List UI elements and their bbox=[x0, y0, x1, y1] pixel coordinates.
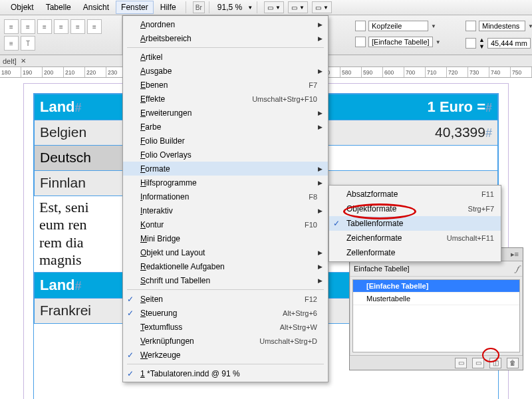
header-style-value: Kopfzeile bbox=[368, 21, 428, 31]
document-tab-label: delt] bbox=[3, 57, 17, 65]
menu-item[interactable]: Formate▶ bbox=[123, 162, 328, 176]
menu-item[interactable]: KonturF10 bbox=[123, 217, 328, 231]
separator bbox=[209, 1, 209, 13]
cell: 40,3399 bbox=[435, 124, 485, 140]
folder-icon[interactable]: ▭ bbox=[455, 358, 467, 368]
height-icon bbox=[466, 38, 476, 49]
ruler-tick: 200 bbox=[43, 67, 64, 77]
align-right-icon[interactable]: ≡ bbox=[37, 19, 52, 34]
table-icon bbox=[355, 37, 366, 47]
ruler-tick: 710 bbox=[426, 67, 447, 77]
row-height-value[interactable]: ▲▼ 45,444 mm bbox=[466, 37, 531, 50]
list-item[interactable]: Mustertabelle bbox=[353, 293, 519, 305]
height-icon bbox=[466, 21, 476, 31]
ruler-tick: 750 bbox=[511, 67, 532, 77]
justify-icon[interactable]: ≡ bbox=[54, 19, 68, 34]
cell: Finnlan bbox=[40, 175, 86, 190]
ruler-tick: 720 bbox=[447, 67, 468, 77]
arrange-dropdown[interactable]: ▭▼ bbox=[312, 1, 332, 13]
menu-item[interactable]: Artikel bbox=[123, 50, 328, 64]
row-height-mode[interactable]: Mindestens▼ bbox=[466, 21, 532, 31]
menu-item[interactable]: EbenenF7 bbox=[123, 78, 328, 92]
table-styles-panel[interactable]: ◦ Tabell ◦ Tabellenformate Zellen ▸≡ Ein… bbox=[349, 247, 523, 370]
menu-ansicht[interactable]: Ansicht bbox=[78, 1, 114, 14]
align-top-icon[interactable]: ≡ bbox=[70, 19, 85, 34]
th-land: Land bbox=[40, 277, 75, 293]
cell: Frankrei bbox=[40, 303, 91, 318]
menu-objekt[interactable]: Objekt bbox=[5, 1, 39, 14]
menu-item[interactable]: Folio Builder bbox=[123, 134, 328, 148]
panel-header: Einfache Tabelle] 𝑓 bbox=[350, 261, 523, 277]
rotate-icon[interactable]: T bbox=[21, 36, 35, 51]
ruler-tick: 220 bbox=[85, 67, 106, 77]
th-euro: 1 Euro = bbox=[428, 98, 485, 115]
menu-item[interactable]: Hilfsprogramme▶ bbox=[123, 176, 328, 190]
menu-fenster[interactable]: Fenster bbox=[116, 1, 154, 14]
submenu-item[interactable]: ZeichenformateUmschalt+F11 bbox=[329, 231, 501, 245]
th-land: Land bbox=[40, 98, 75, 115]
ruler-tick: 600 bbox=[383, 67, 404, 77]
menu-item[interactable]: ✓1 *Tabulatoren.indd @ 91 % bbox=[123, 366, 328, 380]
ruler-tick: 700 bbox=[404, 67, 426, 77]
table-icon bbox=[355, 21, 366, 31]
ruler-tick: 180 bbox=[0, 67, 21, 77]
paragraph-controls: ≡ ≡ ≡ ≡ ≡ ≡ ≡ T bbox=[0, 15, 122, 55]
menu-tabelle[interactable]: Tabelle bbox=[41, 1, 76, 14]
clear-override-icon[interactable]: 𝑓 bbox=[516, 263, 519, 274]
separator bbox=[257, 1, 257, 13]
cell: Deutsch bbox=[40, 150, 91, 165]
menu-item[interactable]: ✓Werkzeuge bbox=[123, 348, 328, 362]
menu-item[interactable]: VerknüpfungenUmschalt+Strg+D bbox=[123, 334, 328, 348]
menu-item[interactable]: Objekt und Layout▶ bbox=[123, 245, 328, 259]
new-style-icon[interactable]: ◫ bbox=[489, 358, 501, 368]
menu-item[interactable]: Anordnen▶ bbox=[123, 17, 328, 31]
menu-item[interactable]: Interaktiv▶ bbox=[123, 203, 328, 217]
zoom-value[interactable]: 91,5 % bbox=[217, 3, 242, 12]
submenu-item[interactable]: Zellenformate bbox=[329, 245, 501, 260]
row-height-number: 45,444 mm bbox=[487, 38, 531, 49]
menu-item[interactable]: Redaktionelle Aufgaben▶ bbox=[123, 259, 328, 273]
screen-mode-dropdown[interactable]: ▭▼ bbox=[264, 1, 284, 13]
menu-item[interactable]: Ausgabe▶ bbox=[123, 64, 328, 78]
align-left-icon[interactable]: ≡ bbox=[4, 19, 19, 34]
menu-item[interactable]: Arbeitsbereich▶ bbox=[123, 31, 328, 45]
table-style-value: [Einfache Tabelle] bbox=[368, 37, 433, 47]
formate-submenu: AbsatzformateF11ObjektformateStrg+F7✓Tab… bbox=[329, 185, 501, 262]
ruler-tick: 740 bbox=[489, 67, 511, 77]
ruler-tick: 190 bbox=[21, 67, 43, 77]
menu-item[interactable]: Folio Overlays bbox=[123, 148, 328, 162]
clear-icon[interactable]: ▭ bbox=[472, 358, 484, 368]
menu-item[interactable]: Erweiterungen▶ bbox=[123, 106, 328, 120]
menu-hilfe[interactable]: Hilfe bbox=[155, 1, 182, 14]
align-bottom-icon[interactable]: ≡ bbox=[4, 36, 19, 51]
table-style-field[interactable]: [Einfache Tabelle]▼ bbox=[355, 37, 441, 47]
panel-footer: ▭ ▭ ◫ 🗑 bbox=[350, 355, 523, 370]
menu-item[interactable]: EffekteUmschalt+Strg+F10 bbox=[123, 92, 328, 106]
submenu-item[interactable]: AbsatzformateF11 bbox=[329, 187, 501, 201]
style-list[interactable]: [Einfache Tabelle] Mustertabelle bbox=[352, 279, 520, 352]
submenu-item[interactable]: ObjektformateStrg+F7 bbox=[329, 201, 501, 216]
window-menu: Anordnen▶Arbeitsbereich▶ArtikelAusgabe▶E… bbox=[122, 15, 329, 382]
ruler-tick: 730 bbox=[468, 67, 489, 77]
menu-item[interactable]: Farbe▶ bbox=[123, 120, 328, 134]
trash-icon[interactable]: 🗑 bbox=[507, 358, 519, 368]
menu-item[interactable]: TextumflussAlt+Strg+W bbox=[123, 320, 328, 334]
separator bbox=[186, 1, 186, 13]
menu-item[interactable]: Mini Bridge bbox=[123, 231, 328, 245]
list-item[interactable]: [Einfache Tabelle] bbox=[353, 280, 519, 293]
align-middle-icon[interactable]: ≡ bbox=[87, 19, 102, 34]
bridge-icon[interactable]: Br bbox=[193, 1, 205, 13]
menu-item[interactable]: Schrift und Tabellen▶ bbox=[123, 273, 328, 287]
panel-menu-icon[interactable]: ▸≡ bbox=[507, 248, 523, 261]
menubar: Objekt Tabelle Ansicht Fenster Hilfe Br … bbox=[0, 0, 532, 15]
submenu-item[interactable]: ✓Tabellenformate bbox=[329, 216, 501, 231]
menu-item[interactable]: InformationenF8 bbox=[123, 190, 328, 203]
view-options-dropdown[interactable]: ▭▼ bbox=[288, 1, 308, 13]
cell: Belgien bbox=[40, 124, 86, 140]
close-tab-icon[interactable]: ✕ bbox=[21, 57, 26, 65]
menu-item[interactable]: ✓SteuerungAlt+Strg+6 bbox=[123, 306, 328, 320]
header-style-field[interactable]: Kopfzeile▼ bbox=[355, 21, 436, 31]
ruler-tick: 580 bbox=[340, 67, 362, 77]
align-center-icon[interactable]: ≡ bbox=[21, 19, 35, 34]
menu-item[interactable]: ✓SeitenF12 bbox=[123, 292, 328, 306]
